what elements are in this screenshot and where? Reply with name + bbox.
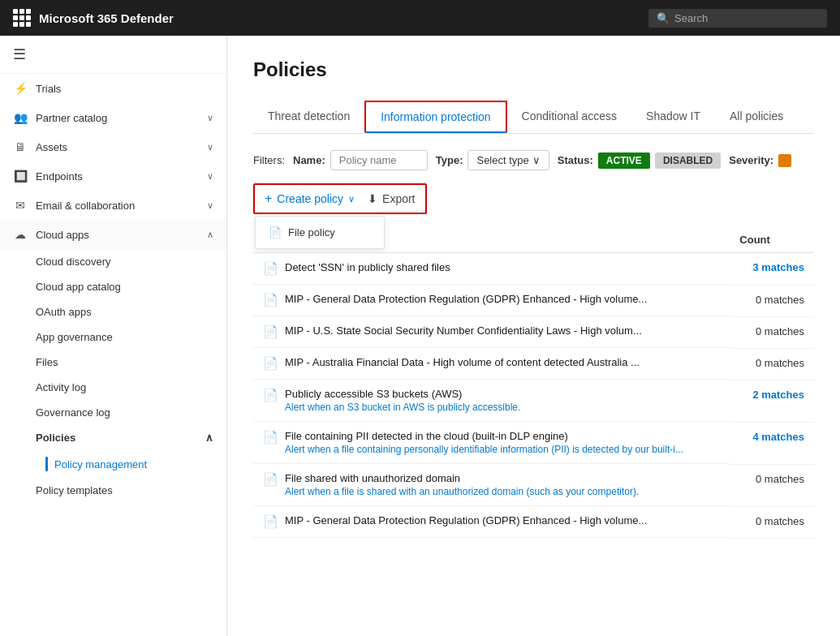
severity-indicator[interactable] [778,154,791,167]
topbar: Microsoft 365 Defender 🔍 Search [0,0,840,36]
sidebar-item-files[interactable]: Files [0,350,226,375]
chevron-down-icon: ∨ [207,171,213,182]
type-filter-label: Type: [436,154,463,166]
chevron-down-icon: ∨ [348,194,355,204]
waffle-icon[interactable] [13,9,31,27]
policy-name: File containing PII detected in the clou… [285,430,683,442]
status-disabled-button[interactable]: DISABLED [655,153,721,169]
chevron-down-icon: ∨ [207,142,213,153]
sidebar-sub-label: Cloud discovery [36,256,111,268]
sidebar-item-app-governance[interactable]: App governance [0,324,226,350]
file-icon: 📄 [263,356,278,371]
type-select-value: Select type [476,154,528,166]
sidebar-item-cloud-discovery[interactable]: Cloud discovery [0,249,226,274]
filters-row: Filters: Name: Type: Select type ∨ Statu… [253,150,814,170]
status-active-button[interactable]: ACTIVE [598,153,650,169]
policy-desc: Alert when a file containing personally … [285,444,683,455]
sidebar: ☰ ⚡ Trials 👥 Partner catalog ∨ 🖥 Assets … [0,36,227,636]
create-policy-button[interactable]: + Create policy ∨ [265,191,355,206]
tab-information-protection[interactable]: Information protection [364,101,506,133]
name-filter-label: Name: [293,154,325,166]
sidebar-item-label: Email & collaboration [36,200,135,212]
policy-count: 0 matches [730,348,814,380]
policy-desc: Alert when an S3 bucket in AWS is public… [285,402,520,413]
policy-count: 0 matches [730,506,814,538]
sidebar-item-email-collab[interactable]: ✉ Email & collaboration ∨ [0,191,226,220]
page-title: Policies [253,58,814,81]
file-icon: 📄 [263,388,278,402]
trials-icon: ⚡ [13,82,28,95]
file-icon: 📄 [269,226,282,238]
status-filter-label: Status: [558,154,593,166]
table-row[interactable]: 📄 MIP - U.S. State Social Security Numbe… [253,316,814,348]
policy-name: File shared with unauthorized domain [285,472,639,484]
policy-count: 0 matches [730,316,814,348]
sidebar-sub-label: Policies [36,432,75,444]
sidebar-item-policy-management[interactable]: Policy management [0,450,226,478]
assets-icon: 🖥 [13,140,28,153]
sidebar-item-assets[interactable]: 🖥 Assets ∨ [0,132,226,161]
sidebar-sub-label: Files [36,356,58,368]
sidebar-sub-label: Cloud app catalog [36,281,121,293]
app-title: Microsoft 365 Defender [39,11,174,25]
app-logo: Microsoft 365 Defender [13,9,174,27]
table-row[interactable]: 📄 MIP - General Data Protection Regulati… [253,506,814,538]
sidebar-item-policies[interactable]: Policies ∧ [0,425,226,450]
sidebar-item-label: Assets [36,141,67,153]
sidebar-item-endpoints[interactable]: 🔲 Endpoints ∨ [0,161,226,191]
severity-filter-label: Severity: [729,154,773,166]
sidebar-sub-label: Policy templates [36,484,113,496]
tab-shadow-it[interactable]: Shadow IT [631,101,715,132]
table-row[interactable]: 📄 MIP - Australia Financial Data - High … [253,348,814,380]
chevron-down-icon: ∨ [207,200,213,211]
main-content: Policies Threat detection Information pr… [227,36,840,636]
policy-name: MIP - Australia Financial Data - High vo… [285,356,640,368]
name-filter-input[interactable] [330,150,428,170]
download-icon: ⬇ [368,192,377,205]
policy-count: 0 matches [730,285,814,316]
filter-status-group: Status: ACTIVE DISABLED [558,153,721,169]
sidebar-sub-label: OAuth apps [36,306,92,318]
policy-name: Detect 'SSN' in publicly shared files [285,261,450,273]
filter-name-group: Name: [293,150,428,170]
table-row[interactable]: 📄 MIP - General Data Protection Regulati… [253,285,814,316]
table-row[interactable]: 📄 File shared with unauthorized domainAl… [253,464,814,506]
tab-all-policies[interactable]: All policies [715,101,798,132]
file-policy-option[interactable]: 📄 File policy [256,220,384,245]
table-row[interactable]: 📄 File containing PII detected in the cl… [253,422,814,464]
export-button[interactable]: ⬇ Export [368,192,415,205]
filter-severity-group: Severity: [729,154,791,167]
chevron-down-icon: ∨ [532,154,541,166]
policy-count: 4 matches [730,422,814,464]
tab-conditional-access[interactable]: Conditional access [507,101,632,132]
file-icon: 📄 [263,514,278,529]
search-bar[interactable]: 🔍 Search [648,9,827,28]
policy-count: 0 matches [730,464,814,506]
sidebar-item-label: Cloud apps [36,229,89,241]
table-row[interactable]: 📄 Detect 'SSN' in publicly shared files3… [253,253,814,286]
filters-label: Filters: [253,154,285,166]
sidebar-sub-label: Policy management [54,458,147,471]
plus-icon: + [265,191,272,206]
search-icon: 🔍 [657,12,670,24]
policy-count: 3 matches [730,253,814,286]
table-row[interactable]: 📄 Publicly accessible S3 buckets (AWS)Al… [253,380,814,422]
sidebar-item-partner-catalog[interactable]: 👥 Partner catalog ∨ [0,103,226,132]
endpoints-icon: 🔲 [13,170,28,183]
tab-threat-detection[interactable]: Threat detection [253,101,364,132]
policy-name: MIP - U.S. State Social Security Number … [285,324,642,337]
sidebar-item-label: Trials [36,83,61,95]
file-icon: 📄 [263,261,278,276]
hamburger-button[interactable]: ☰ [0,36,226,74]
cloud-apps-icon: ☁ [13,228,28,241]
sidebar-item-policy-templates[interactable]: Policy templates [0,478,226,503]
sidebar-item-activity-log[interactable]: Activity log [0,375,226,400]
toolbar: + Create policy ∨ ⬇ Export 📄 File policy [253,183,427,214]
chevron-up-icon: ∧ [205,432,213,444]
sidebar-item-cloud-app-catalog[interactable]: Cloud app catalog [0,274,226,299]
sidebar-item-governance-log[interactable]: Governance log [0,400,226,425]
type-filter-select[interactable]: Select type ∨ [467,150,549,170]
sidebar-item-trials[interactable]: ⚡ Trials [0,74,226,103]
sidebar-item-oauth-apps[interactable]: OAuth apps [0,299,226,324]
sidebar-item-cloud-apps[interactable]: ☁ Cloud apps ∧ [0,220,226,249]
